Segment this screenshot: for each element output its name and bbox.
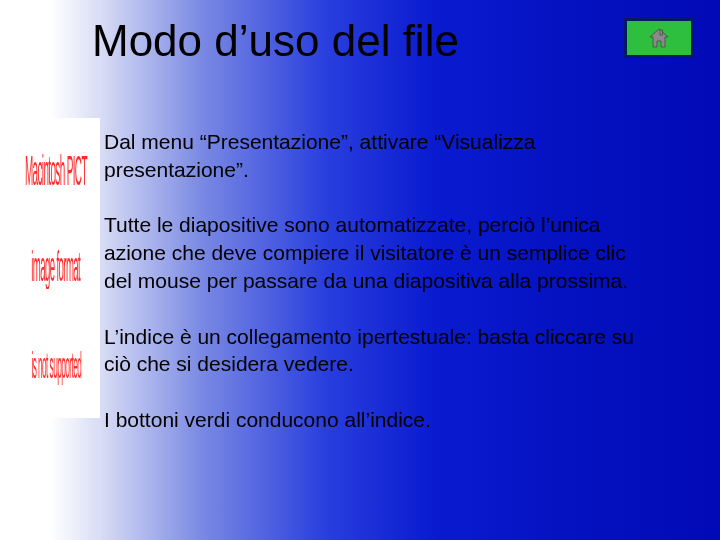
placeholder-text-line: image format: [32, 245, 81, 292]
home-button[interactable]: [624, 18, 694, 58]
svg-marker-0: [650, 29, 668, 47]
home-icon: [647, 26, 671, 50]
paragraph-3: L’indice è un collegamento ipertestuale:…: [104, 323, 644, 378]
paragraph-2: Tutte le diapositive sono automatizzate,…: [104, 211, 644, 294]
placeholder-text-line: Macintosh PICT: [25, 149, 87, 196]
page-title: Modo d’uso del file: [92, 16, 459, 66]
svg-rect-1: [660, 30, 663, 35]
body-text: Dal menu “Presentazione”, attivare “Visu…: [104, 128, 644, 462]
placeholder-text-line: is not supported: [31, 344, 81, 385]
slide: Modo d’uso del file Macintosh PICT image…: [0, 0, 720, 540]
paragraph-1: Dal menu “Presentazione”, attivare “Visu…: [104, 128, 644, 183]
side-placeholder-image: Macintosh PICT image format is not suppo…: [12, 118, 100, 418]
paragraph-4: I bottoni verdi conducono all’indice.: [104, 406, 644, 434]
